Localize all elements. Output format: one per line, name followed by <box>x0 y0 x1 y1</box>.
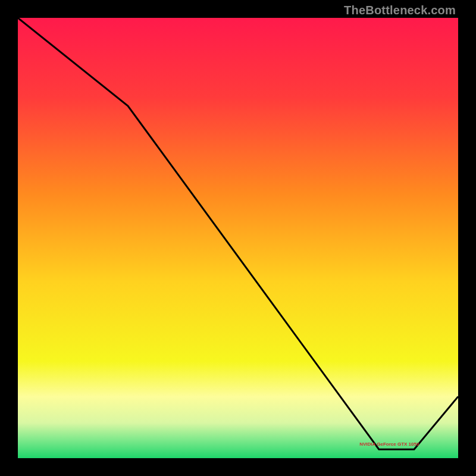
gradient-background <box>18 18 458 458</box>
gpu-annotation: NVIDIA GeForce GTX 1050 <box>359 441 419 447</box>
chart-frame: NVIDIA GeForce GTX 1050 <box>18 18 458 458</box>
watermark-text: TheBottleneck.com <box>344 4 456 17</box>
bottleneck-chart <box>18 18 458 458</box>
